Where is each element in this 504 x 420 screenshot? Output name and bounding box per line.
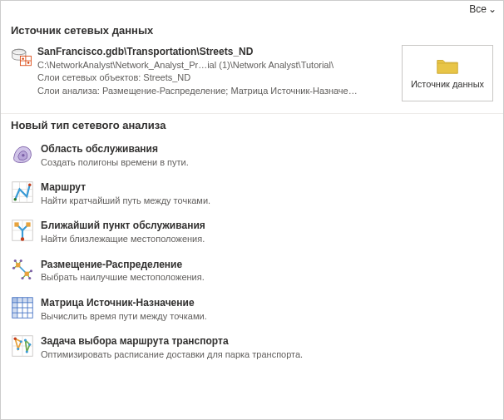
svg-point-5 [22,57,23,59]
network-dataset-icon [11,47,32,68]
data-source-analysis: Слои анализа: Размещение-Распределение; … [37,85,395,97]
route-icon [11,180,34,204]
analysis-desc: Найти близлежащие местоположения. [41,233,493,245]
analysis-item-od-matrix[interactable]: Матрица Источник-Назначение Вычислить вр… [11,290,493,329]
svg-rect-28 [16,263,20,267]
analysis-header: Новый тип сетевого анализа [1,114,503,136]
svg-rect-44 [12,298,17,319]
svg-point-48 [14,337,17,340]
od-matrix-icon [11,296,34,319]
svg-point-6 [27,62,29,63]
analysis-title: Ближайший пункт обслуживания [41,219,493,233]
svg-point-33 [30,269,32,272]
filter-dropdown[interactable]: Все ⌄ [1,1,503,19]
folder-icon [436,57,459,74]
analysis-title: Маршрут [41,180,493,195]
data-source-header: Источник сетевых данных [1,19,503,42]
analysis-item-location-allocation[interactable]: Размещение-Распределение Выбрать наилучш… [11,252,493,290]
svg-rect-29 [25,271,29,275]
svg-point-31 [12,266,15,269]
svg-point-13 [14,198,17,201]
svg-point-7 [22,154,25,157]
svg-point-14 [28,184,32,187]
location-allocation-icon [11,258,34,281]
svg-point-51 [24,338,27,341]
analysis-desc: Найти кратчайший путь между точками. [41,195,493,207]
service-area-icon [11,142,34,166]
analysis-item-closest-facility[interactable]: Ближайший пункт обслуживания Найти близл… [11,213,493,251]
analysis-item-vrp[interactable]: Задача выбора маршрута транспорта Оптими… [11,329,493,367]
svg-point-52 [28,343,31,346]
analysis-item-route[interactable]: Маршрут Найти кратчайший путь между точк… [11,175,493,213]
chevron-down-icon: ⌄ [488,3,497,15]
analysis-desc: Оптимизировать расписание доставки для п… [41,348,493,361]
svg-point-32 [20,259,22,261]
svg-rect-19 [26,223,30,227]
svg-point-30 [14,259,17,261]
svg-rect-18 [14,223,18,227]
svg-point-35 [21,276,23,279]
analysis-item-service-area[interactable]: Область обслуживания Создать полигоны вр… [11,136,493,175]
data-source-layers: Слои сетевых объектов: Streets_ND [37,72,395,84]
svg-point-34 [28,276,31,279]
analysis-title: Размещение-Распределение [41,258,493,272]
svg-point-53 [26,350,28,353]
filter-label: Все [469,3,487,15]
analysis-desc: Создать полигоны времени в пути. [41,156,493,169]
svg-point-20 [21,238,24,241]
data-source-text: SanFrancisco.gdb\Transportation\Streets_… [37,45,402,97]
data-source-button-label: Источник данных [411,79,484,89]
data-source-path: C:\NetworkAnalyst\Network_Analyst_Pr…ial… [37,59,395,72]
data-source-button[interactable]: Источник данных [402,45,493,101]
svg-point-49 [20,340,22,343]
analysis-title: Задача выбора маршрута транспорта [41,334,493,348]
analysis-title: Матрица Источник-Назначение [41,296,493,310]
analysis-list: Область обслуживания Создать полигоны вр… [1,136,503,373]
analysis-title: Область обслуживания [41,142,493,156]
closest-facility-icon [11,219,34,242]
data-source-title: SanFrancisco.gdb\Transportation\Streets_… [37,45,395,59]
data-source-row: SanFrancisco.gdb\Transportation\Streets_… [1,42,503,110]
svg-point-50 [17,348,19,350]
analysis-desc: Вычислить время пути между точками. [41,310,493,323]
analysis-desc: Выбрать наилучшие местоположения. [41,271,493,284]
vrp-icon [11,334,34,358]
